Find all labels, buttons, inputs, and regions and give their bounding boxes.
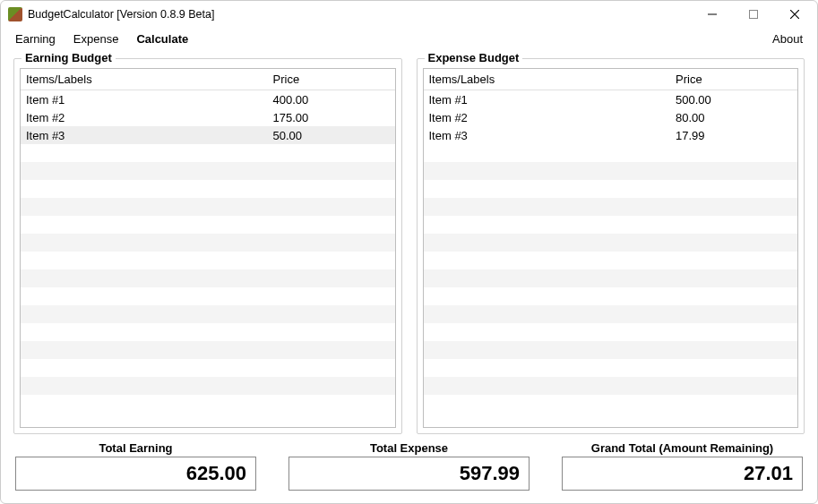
menu-expense[interactable]: Expense [65, 28, 128, 49]
cell-label: Item #1 [21, 92, 268, 107]
cell-label: Item #3 [21, 128, 268, 143]
cell-price: 175.00 [268, 110, 395, 125]
table-row[interactable] [21, 162, 395, 180]
earning-listview[interactable]: Items/Labels Price Item #1 400.00 Item #… [20, 68, 396, 428]
table-row[interactable] [21, 144, 395, 162]
table-row[interactable] [424, 198, 798, 216]
svg-rect-0 [750, 11, 758, 19]
table-row[interactable]: Item #2 80.00 [424, 108, 798, 126]
cell-label: Item #1 [424, 92, 671, 107]
titlebar[interactable]: BudgetCalculator [Version 0.8.9 Beta] [1, 1, 817, 28]
maximize-button[interactable] [733, 1, 774, 28]
close-icon [790, 10, 799, 19]
table-row[interactable] [21, 216, 395, 234]
cell-price: 500.00 [670, 92, 797, 107]
table-row[interactable] [424, 216, 798, 234]
expense-groupbox: Expense Budget Items/Labels Price Item #… [417, 58, 805, 434]
table-row[interactable] [21, 252, 395, 269]
expense-col-price[interactable]: Price [670, 70, 797, 89]
table-row[interactable] [21, 234, 395, 252]
total-earning-caption: Total Earning [15, 441, 256, 455]
cell-label: Item #2 [424, 110, 671, 125]
cell-label: Item #2 [21, 110, 268, 125]
table-row[interactable] [21, 198, 395, 216]
table-row[interactable] [424, 180, 798, 198]
total-expense-caption: Total Expense [288, 441, 530, 455]
grand-total: Grand Total (Amount Remaining) 27.01 [562, 441, 803, 491]
panels-row: Earning Budget Items/Labels Price Item #… [13, 58, 805, 434]
cell-label: Item #3 [424, 128, 671, 143]
cell-price: 50.00 [268, 128, 395, 143]
table-row[interactable] [424, 323, 798, 341]
table-row[interactable] [21, 359, 395, 377]
menu-about[interactable]: About [763, 28, 812, 49]
table-row[interactable] [21, 377, 395, 395]
table-row[interactable]: Item #2 175.00 [21, 108, 395, 126]
cell-price: 400.00 [268, 92, 395, 107]
expense-listview[interactable]: Items/Labels Price Item #1 500.00 Item #… [423, 68, 799, 428]
earning-rows: Item #1 400.00 Item #2 175.00 Item #3 50… [21, 90, 395, 427]
earning-groupbox: Earning Budget Items/Labels Price Item #… [13, 58, 402, 434]
minimize-icon [708, 10, 717, 19]
table-row[interactable] [21, 323, 395, 341]
earning-col-price[interactable]: Price [268, 70, 395, 89]
table-row[interactable] [21, 395, 395, 413]
earning-header: Items/Labels Price [21, 69, 395, 90]
total-earning-value: 625.00 [15, 457, 256, 491]
table-row[interactable] [424, 287, 798, 305]
menu-calculate[interactable]: Calculate [127, 28, 197, 49]
table-row[interactable] [424, 377, 798, 395]
expense-col-label[interactable]: Items/Labels [424, 70, 671, 89]
table-row[interactable] [424, 234, 798, 252]
expense-header: Items/Labels Price [424, 69, 798, 90]
content-area: Earning Budget Items/Labels Price Item #… [1, 49, 817, 503]
app-icon [8, 7, 22, 21]
table-row[interactable] [424, 252, 798, 269]
expense-legend: Expense Budget [425, 51, 523, 64]
table-row[interactable] [21, 341, 395, 359]
grand-total-caption: Grand Total (Amount Remaining) [562, 441, 803, 455]
app-window: BudgetCalculator [Version 0.8.9 Beta] Ea… [0, 0, 818, 504]
table-row[interactable] [21, 287, 395, 305]
minimize-button[interactable] [692, 1, 733, 28]
total-expense-value: 597.99 [288, 457, 530, 491]
menubar: Earning Expense Calculate About [1, 28, 817, 49]
table-row[interactable] [424, 395, 798, 413]
table-row[interactable] [424, 144, 798, 162]
table-row[interactable] [424, 359, 798, 377]
table-row[interactable] [21, 269, 395, 287]
table-row[interactable]: Item #1 400.00 [21, 90, 395, 108]
table-row[interactable]: Item #1 500.00 [424, 90, 798, 108]
expense-rows: Item #1 500.00 Item #2 80.00 Item #3 17.… [424, 90, 798, 427]
table-row[interactable]: Item #3 50.00 [21, 126, 395, 144]
table-row[interactable] [21, 180, 395, 198]
maximize-icon [749, 10, 758, 19]
table-row[interactable] [424, 305, 798, 323]
cell-price: 80.00 [670, 110, 797, 125]
table-row[interactable]: Item #3 17.99 [424, 126, 798, 144]
total-expense: Total Expense 597.99 [288, 441, 530, 491]
window-title: BudgetCalculator [Version 0.8.9 Beta] [28, 8, 214, 21]
totals-row: Total Earning 625.00 Total Expense 597.9… [13, 441, 805, 494]
table-row[interactable] [21, 305, 395, 323]
total-earning: Total Earning 625.00 [15, 441, 256, 491]
table-row[interactable] [424, 341, 798, 359]
menu-earning[interactable]: Earning [6, 28, 65, 49]
close-button[interactable] [774, 1, 815, 28]
earning-col-label[interactable]: Items/Labels [21, 70, 268, 89]
table-row[interactable] [424, 162, 798, 180]
earning-legend: Earning Budget [22, 51, 116, 64]
table-row[interactable] [424, 269, 798, 287]
grand-total-value: 27.01 [562, 457, 803, 491]
cell-price: 17.99 [670, 128, 797, 143]
